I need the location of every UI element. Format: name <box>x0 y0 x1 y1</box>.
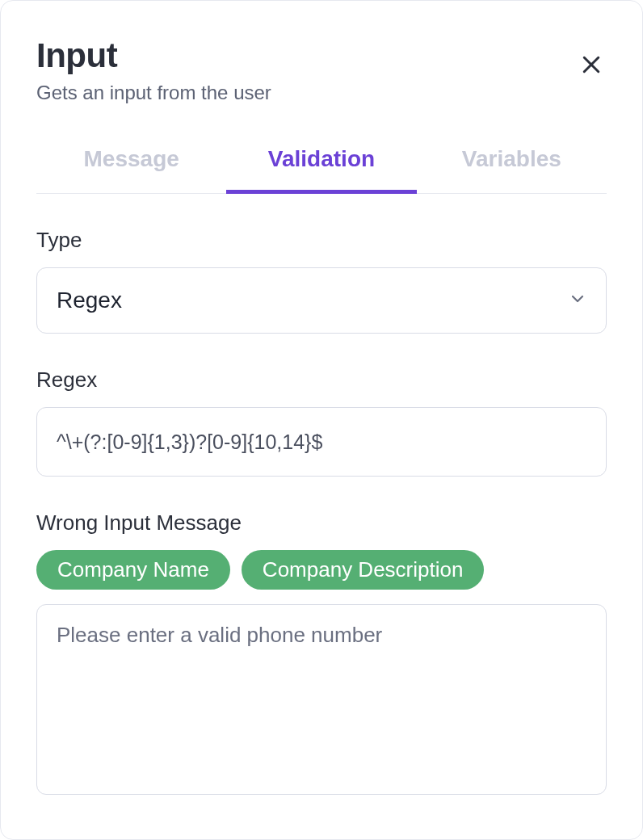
panel-subtitle: Gets an input from the user <box>36 82 271 104</box>
tab-variables[interactable]: Variables <box>417 143 607 194</box>
chip-company-name[interactable]: Company Name <box>36 550 230 590</box>
header-text: Input Gets an input from the user <box>36 36 271 104</box>
wrong-input-label: Wrong Input Message <box>36 510 607 536</box>
wrong-input-field: Wrong Input Message Company Name Company… <box>36 510 607 798</box>
panel-title: Input <box>36 36 271 75</box>
regex-input[interactable] <box>36 407 607 477</box>
type-label: Type <box>36 228 607 253</box>
type-field: Type Regex <box>36 228 607 334</box>
panel-header: Input Gets an input from the user <box>36 36 607 104</box>
tab-validation[interactable]: Validation <box>226 143 416 194</box>
regex-label: Regex <box>36 368 607 393</box>
type-select-wrap: Regex <box>36 267 607 334</box>
close-icon <box>579 67 603 79</box>
type-select[interactable]: Regex <box>36 267 607 334</box>
regex-field: Regex <box>36 368 607 477</box>
chip-company-description[interactable]: Company Description <box>242 550 485 590</box>
tab-message[interactable]: Message <box>36 143 226 194</box>
type-select-value: Regex <box>57 288 122 313</box>
close-button[interactable] <box>573 46 610 86</box>
tab-bar: Message Validation Variables <box>36 143 607 194</box>
wrong-input-textarea[interactable] <box>36 604 607 795</box>
variable-chips: Company Name Company Description <box>36 550 607 590</box>
input-config-panel: Input Gets an input from the user Messag… <box>0 0 643 840</box>
